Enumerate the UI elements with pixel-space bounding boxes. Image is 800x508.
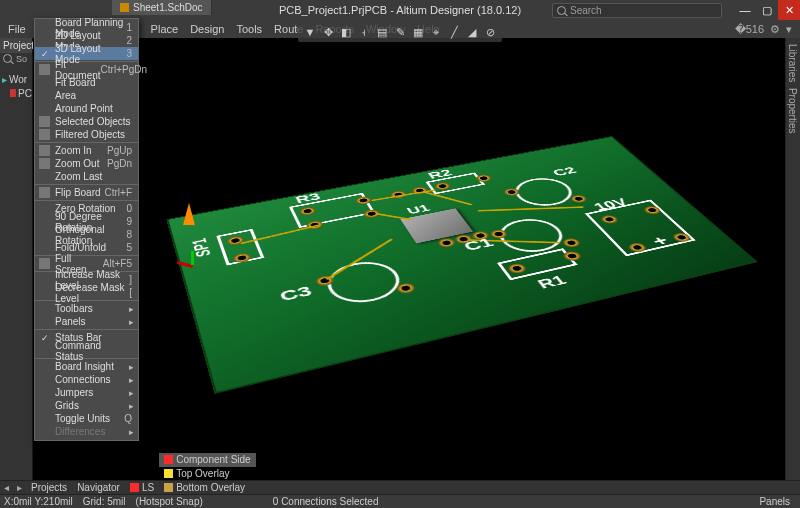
minimize-button[interactable]: ― bbox=[734, 0, 756, 20]
menu-item-zoom-in[interactable]: Zoom InPgUp bbox=[35, 144, 138, 157]
menu-item-board-insight[interactable]: Board Insight bbox=[35, 360, 138, 373]
menu-item-panels[interactable]: Panels bbox=[35, 315, 138, 328]
schematic-icon bbox=[120, 3, 129, 12]
menu-item-area[interactable]: Area bbox=[35, 89, 138, 102]
menu-place[interactable]: Place bbox=[145, 20, 185, 38]
layer-tab-bottom-overlay[interactable]: Bottom Overlay bbox=[159, 481, 256, 495]
panel-projects-tab[interactable]: Projects bbox=[26, 481, 72, 495]
panels-button[interactable]: Panels bbox=[753, 496, 796, 507]
menu-item-zoom-last[interactable]: Zoom Last bbox=[35, 170, 138, 183]
menu-file[interactable]: File bbox=[2, 20, 32, 38]
menu-item-grids[interactable]: Grids bbox=[35, 399, 138, 412]
window-title: PCB_Project1.PrjPCB - Altium Designer (1… bbox=[279, 4, 521, 16]
share-icon[interactable]: �516 bbox=[735, 23, 764, 36]
clear-icon[interactable]: ⊘ bbox=[482, 24, 498, 40]
select-box-icon[interactable]: ◧ bbox=[338, 24, 354, 40]
move-icon[interactable]: ✥ bbox=[320, 24, 336, 40]
snap-icon[interactable]: ⌖ bbox=[428, 24, 444, 40]
status-connections: 0 Connections Selected bbox=[273, 496, 389, 507]
status-snap: (Hotspot Snap) bbox=[136, 496, 213, 507]
layer-set-button[interactable]: LS bbox=[125, 481, 159, 495]
settings-icon[interactable]: ⚙ bbox=[770, 23, 780, 36]
highlight-icon[interactable]: ◢ bbox=[464, 24, 480, 40]
maximize-button[interactable]: ▢ bbox=[756, 0, 778, 20]
panel-navigator-tab[interactable]: Navigator bbox=[72, 481, 125, 495]
menu-design[interactable]: Design bbox=[184, 20, 230, 38]
measure-icon[interactable]: ╱ bbox=[446, 24, 462, 40]
pcb-3d-view[interactable]: R3 R2 C2 SP1 U1 C3 C1 R1 10V + bbox=[33, 38, 800, 488]
menu-item-decrease-mask-level[interactable]: Decrease Mask Level[ bbox=[35, 286, 138, 299]
menu-item-connections[interactable]: Connections bbox=[35, 373, 138, 386]
menu-item-fit-document[interactable]: Fit DocumentCtrl+PgDn bbox=[35, 63, 138, 76]
right-panel-rail[interactable]: Libraries Properties bbox=[785, 38, 800, 488]
grid-icon[interactable]: ▦ bbox=[410, 24, 426, 40]
status-grid: Grid: 5mil bbox=[83, 496, 136, 507]
search-icon bbox=[557, 6, 566, 15]
status-coords: X:0mil Y:210mil bbox=[4, 496, 83, 507]
view-menu-dropdown: Board Planning Mode12D Layout Mode23D La… bbox=[34, 18, 139, 441]
search-input[interactable]: Search bbox=[552, 3, 722, 18]
search-placeholder: Search bbox=[570, 5, 602, 16]
menu-item-fit-board[interactable]: Fit Board bbox=[35, 76, 138, 89]
layerbar-prev[interactable]: ◂ bbox=[0, 482, 13, 493]
menu-item-filtered-objects[interactable]: Filtered Objects bbox=[35, 128, 138, 141]
menu-item-around-point[interactable]: Around Point bbox=[35, 102, 138, 115]
layer-tab-top-overlay[interactable]: Top Overlay bbox=[159, 467, 256, 481]
menu-item-orthogonal-rotation[interactable]: Orthogonal Rotation8 bbox=[35, 228, 138, 241]
close-button[interactable]: ✕ bbox=[778, 0, 800, 20]
menu-item-jumpers[interactable]: Jumpers bbox=[35, 386, 138, 399]
menu-tools[interactable]: Tools bbox=[230, 20, 268, 38]
menu-item-flip-board[interactable]: Flip BoardCtrl+F bbox=[35, 186, 138, 199]
pcb-3d-toolbar: ▼ ✥ ◧ ⫞ ▤ ✎ ▦ ⌖ ╱ ◢ ⊘ bbox=[298, 22, 502, 42]
tab-sheet1[interactable]: Sheet1.SchDoc bbox=[112, 0, 212, 15]
menu-item-zoom-out[interactable]: Zoom OutPgDn bbox=[35, 157, 138, 170]
paint-icon[interactable]: ✎ bbox=[392, 24, 408, 40]
menu-item-command-status[interactable]: Command Status bbox=[35, 344, 138, 357]
layerbar-next[interactable]: ▸ bbox=[13, 482, 26, 493]
menu-item-selected-objects[interactable]: Selected Objects bbox=[35, 115, 138, 128]
layer-tab-component-side[interactable]: Component Side bbox=[159, 453, 256, 467]
menu-item-toolbars[interactable]: Toolbars bbox=[35, 302, 138, 315]
menu-item-differences: Differences bbox=[35, 425, 138, 438]
dropdown-icon[interactable]: ▾ bbox=[786, 23, 792, 36]
menu-item-toggle-units[interactable]: Toggle UnitsQ bbox=[35, 412, 138, 425]
align-icon[interactable]: ⫞ bbox=[356, 24, 372, 40]
status-bar: X:0mil Y:210mil Grid: 5mil (Hotspot Snap… bbox=[0, 494, 800, 508]
document-tabs: Sheet1.SchDoc bbox=[112, 0, 212, 15]
pcb-board: R3 R2 C2 SP1 U1 C3 C1 R1 10V + bbox=[168, 137, 754, 392]
layer-icon[interactable]: ▤ bbox=[374, 24, 390, 40]
layer-tab-bar: ◂ ▸ Projects Navigator LS Component Side… bbox=[0, 480, 800, 494]
filter-icon[interactable]: ▼ bbox=[302, 24, 318, 40]
